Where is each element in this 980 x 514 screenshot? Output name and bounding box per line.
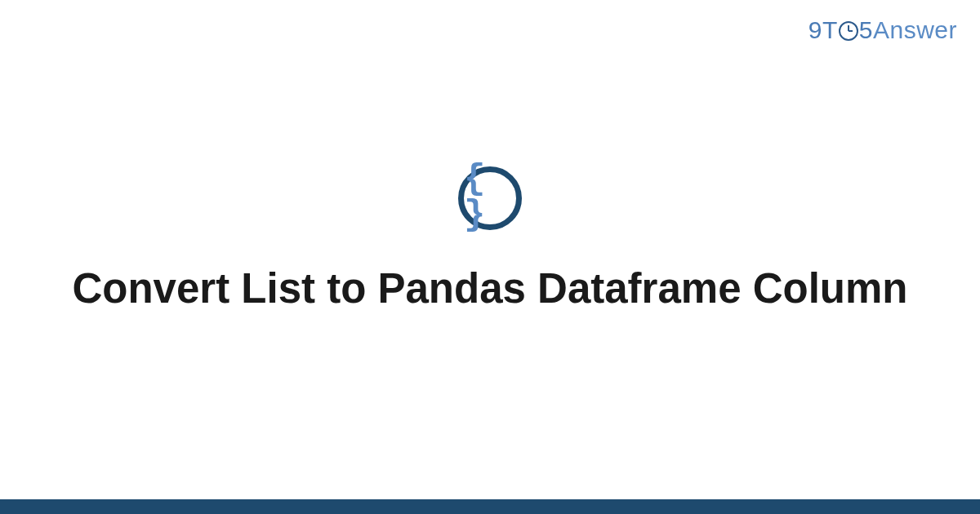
- footer-accent-bar: [0, 499, 980, 514]
- code-braces-icon: { }: [458, 166, 522, 230]
- braces-glyph: { }: [464, 161, 516, 233]
- main-content: { } Convert List to Pandas Dataframe Col…: [0, 0, 980, 514]
- page-title: Convert List to Pandas Dataframe Column: [72, 263, 907, 314]
